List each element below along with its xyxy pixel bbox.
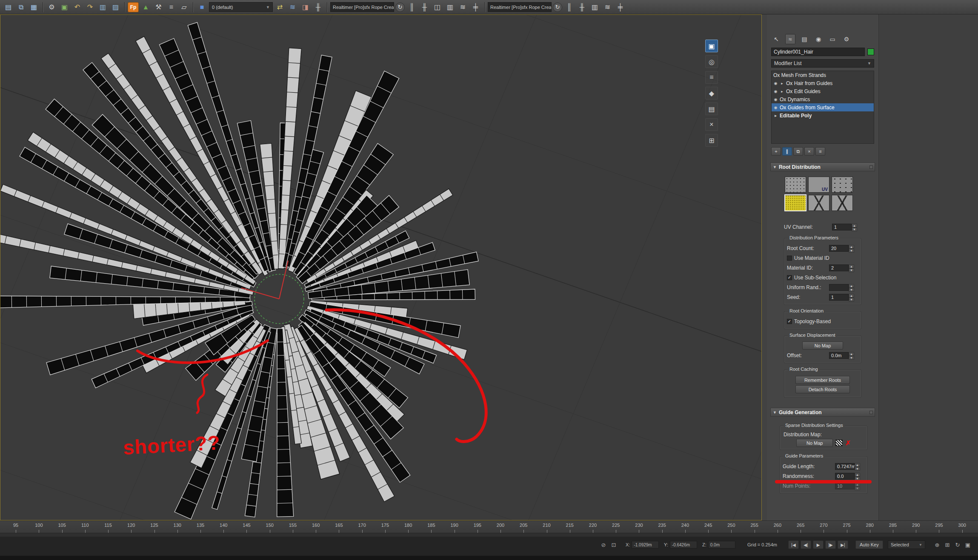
timeline-frame-label[interactable]: 230 [627, 521, 650, 532]
selection-set-dropdown[interactable]: Selected ▼ [888, 540, 925, 549]
timeline-frame-label[interactable]: 95 [4, 521, 27, 532]
transfer-icon[interactable]: ⇄ [274, 2, 286, 13]
maximize-viewport-icon[interactable]: ▣ [964, 540, 972, 549]
remove-modifier-button[interactable]: × [804, 147, 814, 156]
display-toggle-icon[interactable]: ▣ [59, 2, 70, 13]
fp-plugin-icon[interactable]: Fp [128, 2, 139, 12]
go-to-end-button[interactable]: ▶| [838, 540, 848, 549]
x-coord-field[interactable]: -1.0929m [632, 541, 659, 549]
topology-based-checkbox[interactable]: ✓ [787, 319, 792, 324]
hair-comb-tool-icon[interactable]: ≡ [705, 71, 718, 84]
snap-icon[interactable]: ▨ [110, 2, 121, 13]
seed-value[interactable]: 1 [829, 294, 849, 301]
distribution-triangulate-button[interactable] [808, 195, 829, 211]
guide-length-spinner[interactable]: ▲▼ [855, 463, 860, 470]
guides-icon-10[interactable]: ≋ [602, 2, 613, 13]
timeline-frame-label[interactable]: 120 [120, 521, 143, 532]
modifier-stack-item[interactable]: ◉Ox Dynamics [772, 95, 874, 103]
root-count-value[interactable]: 20 [829, 245, 849, 252]
distribution-random-button[interactable] [832, 176, 853, 193]
guides-icon-3[interactable]: ◫ [432, 2, 443, 13]
undo-icon[interactable]: ↶ [71, 2, 83, 13]
object-name-field[interactable]: Cylinder001_Hair [771, 48, 865, 56]
material-id-spinner[interactable]: ▲▼ [849, 264, 854, 271]
pin-stack-button[interactable]: + [771, 147, 781, 156]
layers-icon[interactable]: ≋ [287, 2, 298, 13]
timeline-frame-label[interactable]: 280 [858, 521, 881, 532]
status-left-icon-1[interactable]: ⊘ [599, 540, 608, 549]
timeline-frame-label[interactable]: 285 [881, 521, 904, 532]
rollout-guide-generation[interactable]: ▼ Guide Generation [770, 408, 875, 417]
guide-length-value[interactable]: 0.7247m [835, 463, 855, 470]
y-coord-field[interactable]: -0.6426m [670, 541, 697, 549]
remember-roots-button[interactable]: Remember Roots [795, 376, 850, 384]
timeline-frame-label[interactable]: 245 [697, 521, 720, 532]
distribution-map-no-map-button[interactable]: No Map [796, 439, 833, 447]
detach-roots-button[interactable]: Detach Roots [795, 385, 850, 393]
expand-arrow-icon[interactable]: ▸ [773, 114, 778, 118]
zoom-extents-icon[interactable]: ⊞ [943, 540, 952, 549]
modifier-list-dropdown[interactable]: Modifier List ▼ [771, 59, 874, 68]
tree-plugin-icon[interactable]: ▲ [140, 2, 152, 13]
tab-utilities[interactable]: ⚙ [841, 34, 852, 44]
timeline-frame-label[interactable]: 215 [558, 521, 581, 532]
timeline-frame-label[interactable]: 265 [789, 521, 812, 532]
timeline-frame-label[interactable]: 100 [27, 521, 50, 532]
eye-toggle-icon[interactable]: ◉ [773, 97, 778, 102]
redo-icon[interactable]: ↷ [84, 2, 96, 13]
z-coord-field[interactable]: 0.0m [708, 541, 735, 549]
tools-icon[interactable]: ⚒ [153, 2, 164, 13]
timeline-ruler[interactable]: 9510010511011512012513013514014515015516… [0, 520, 978, 537]
guides-icon-4[interactable]: ▥ [444, 2, 456, 13]
hair-circle-tool-icon[interactable]: ◎ [705, 55, 718, 68]
guides-icon-7[interactable]: ║ [563, 2, 575, 13]
half-shade-icon[interactable]: ◨ [300, 2, 311, 13]
timeline-frame-label[interactable]: 105 [50, 521, 73, 532]
modifier-stack-item[interactable]: ◉▸Ox Edit Guides [772, 87, 874, 95]
timeline-frame-label[interactable]: 235 [651, 521, 674, 532]
timeline-frame-label[interactable]: 115 [97, 521, 120, 532]
timeline-frame-label[interactable]: 190 [443, 521, 466, 532]
strand-icon[interactable]: ╫ [312, 2, 324, 13]
distribution-noise-button[interactable] [785, 195, 806, 211]
uv-channel-value[interactable]: 1 [832, 224, 852, 230]
rope-creator-field-2[interactable]: Realtimer [Pro]sfx Rope Crea [488, 2, 552, 12]
timeline-frame-label[interactable]: 195 [466, 521, 489, 532]
timeline-frame-label[interactable]: 110 [74, 521, 97, 532]
next-frame-button[interactable]: |▶ [825, 540, 836, 549]
object-color-swatch[interactable] [867, 48, 874, 55]
timeline-frame-label[interactable]: 255 [743, 521, 766, 532]
ribbon-icon[interactable]: ▦ [28, 2, 40, 13]
cube-icon[interactable]: ■ [196, 2, 208, 13]
perspective-viewport[interactable]: shorter?? ▣◎≡◆▤×⊞ [0, 14, 762, 520]
clear-map-icon[interactable]: ✗ [845, 440, 851, 446]
tab-modify[interactable]: ≈ [785, 34, 795, 44]
timeline-frame-label[interactable]: 140 [212, 521, 235, 532]
timeline-frame-label[interactable]: 295 [927, 521, 950, 532]
seed-spinner[interactable]: ▲▼ [849, 294, 854, 301]
expand-arrow-icon[interactable]: ▸ [780, 89, 784, 94]
time-slider-track[interactable] [0, 533, 978, 537]
play-button[interactable]: ▶ [813, 540, 824, 549]
timeline-frame-label[interactable]: 145 [235, 521, 258, 532]
hair-grid-tool-icon[interactable]: ▤ [705, 102, 718, 115]
settings-icon[interactable]: ⚙ [46, 2, 57, 13]
make-unique-button[interactable]: ⧉ [793, 147, 803, 156]
guides-icon-5[interactable]: ≋ [457, 2, 469, 13]
material-id-value[interactable]: 2 [829, 264, 849, 271]
offset-spinner[interactable]: ▲▼ [849, 352, 854, 359]
timeline-frame-label[interactable]: 130 [166, 521, 189, 532]
uniform-rand-value[interactable] [829, 284, 849, 291]
timeline-frame-label[interactable]: 165 [327, 521, 350, 532]
uniform-rand-spinner[interactable]: ▲▼ [849, 284, 854, 291]
refresh-icon-2[interactable]: ↻ [553, 3, 562, 12]
timeline-frame-label[interactable]: 270 [812, 521, 835, 532]
map-thumbnail-icon[interactable] [835, 440, 843, 446]
hair-cut-tool-icon[interactable]: × [705, 118, 718, 131]
tab-motion[interactable]: ◉ [813, 34, 824, 44]
uv-channel-spinner[interactable]: ▲▼ [852, 224, 857, 230]
rollout-root-distribution[interactable]: ▼ Root Distribution [770, 162, 875, 171]
guides-icon-2[interactable]: ╫ [419, 2, 430, 13]
surface-displacement-no-map-button[interactable]: No Map [802, 341, 843, 350]
timeline-frame-label[interactable]: 175 [374, 521, 397, 532]
